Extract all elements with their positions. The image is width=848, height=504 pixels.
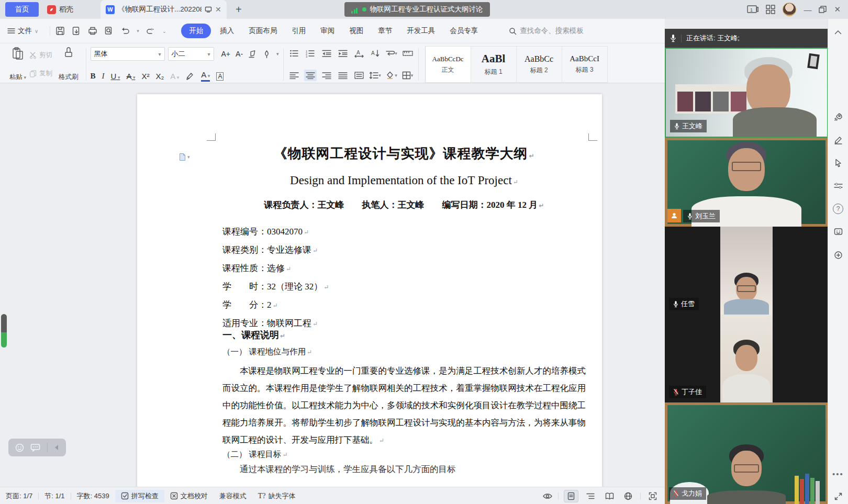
stamp-icon[interactable] <box>828 246 848 264</box>
more-options-icon[interactable]: ••• <box>828 465 848 483</box>
font-color-button[interactable]: A ▾ <box>201 71 210 82</box>
character-scale-button[interactable]: A <box>353 48 365 59</box>
video-tile[interactable]: 丁子佳 <box>665 315 828 402</box>
print-preview-icon[interactable] <box>104 26 114 36</box>
undo-dropdown-icon[interactable]: ▾ <box>137 28 139 33</box>
command-search[interactable]: 查找命令、搜索模板 <box>509 26 584 36</box>
bold-button[interactable]: B <box>91 72 96 81</box>
pen-annotate-icon[interactable] <box>828 131 848 149</box>
tab-ruler-button[interactable] <box>401 48 414 59</box>
docer-tab[interactable]: 稻壳 <box>42 0 79 19</box>
toolbar-options-icon[interactable]: ⌄ <box>162 28 166 34</box>
status-word-count[interactable]: 字数: 4539 <box>71 490 115 502</box>
increase-font-button[interactable]: A+ <box>221 50 231 58</box>
adjust-sliders-icon[interactable] <box>828 177 848 195</box>
justify-button[interactable] <box>337 70 349 81</box>
highlight-color-icon[interactable] <box>185 72 195 81</box>
font-family-select[interactable]: 黑体▾ <box>91 47 165 61</box>
paragraph-options-icon[interactable]: ▾ <box>179 153 190 161</box>
video-tile[interactable]: 任雪 <box>665 227 828 315</box>
style-normal[interactable]: AaBbCcDc 正文 <box>425 46 471 83</box>
align-left-button[interactable] <box>288 70 300 81</box>
page-view-button[interactable] <box>564 490 578 502</box>
document-canvas[interactable]: ▾ 《物联网工程设计与实现》课程教学大纲↵ Design and Impleme… <box>0 84 665 487</box>
tab-home[interactable]: 开始 <box>181 24 211 38</box>
single-page-layout-icon[interactable]: 1 <box>747 5 758 14</box>
text-effects-icon[interactable] <box>262 50 271 59</box>
format-painter-button[interactable]: 格式刷 <box>55 46 82 83</box>
subscript-button[interactable]: X₂ <box>155 72 164 81</box>
document-page[interactable]: ▾ 《物联网工程设计与实现》课程教学大纲↵ Design and Impleme… <box>137 94 602 487</box>
italic-button[interactable]: I <box>102 72 105 81</box>
compat-mode-label[interactable]: 兼容模式 <box>214 490 252 502</box>
minimize-button[interactable]: — <box>804 5 811 14</box>
numbered-list-button[interactable]: 123 <box>304 48 317 59</box>
copy-button[interactable]: 复制 <box>29 69 52 78</box>
clear-format-icon[interactable] <box>248 50 257 59</box>
spellcheck-toggle[interactable]: 拼写检查 <box>115 490 164 502</box>
tab-section[interactable]: 章节 <box>372 24 398 38</box>
decrease-indent-button[interactable] <box>320 48 333 59</box>
status-section[interactable]: 节: 1/1 <box>39 490 70 502</box>
tab-references[interactable]: 引用 <box>286 24 311 38</box>
wrap-button[interactable]: ▾ <box>385 48 398 59</box>
web-view-button[interactable] <box>621 490 635 502</box>
document-tab[interactable]: W 《物联网工程设计...20220828 ✕ <box>101 0 227 19</box>
font-size-select[interactable]: 小二▾ <box>168 47 214 61</box>
tab-developer[interactable]: 开发工具 <box>401 24 441 38</box>
video-tile[interactable]: 刘玉兰 <box>665 138 828 227</box>
distribute-button[interactable] <box>353 70 365 81</box>
status-page[interactable]: 页面: 1/7 <box>0 490 38 502</box>
video-tile[interactable]: 戈力娟 <box>665 402 828 504</box>
help-icon[interactable]: ? <box>828 200 848 218</box>
character-border-button[interactable]: A <box>216 72 224 81</box>
outline-view-button[interactable] <box>584 490 597 502</box>
tab-view[interactable]: 视图 <box>343 24 369 38</box>
proofread-button[interactable]: 文档校对 <box>164 490 214 502</box>
redo-icon[interactable] <box>146 27 155 35</box>
cursor-select-icon[interactable] <box>828 154 848 172</box>
collapse-left-icon[interactable] <box>54 444 59 451</box>
launch-rocket-icon[interactable] <box>828 108 848 126</box>
meeting-title-pill[interactable]: 物联网工程专业工程认证式大纲讨论 <box>344 2 490 17</box>
align-right-button[interactable] <box>320 70 333 81</box>
tab-review[interactable]: 审阅 <box>315 24 340 38</box>
fullscreen-toggle-icon[interactable] <box>828 487 848 504</box>
shading-button[interactable]: ▾ <box>385 70 398 81</box>
file-menu[interactable]: 文件 ∨ <box>7 26 38 36</box>
restore-button[interactable] <box>819 6 827 13</box>
home-tab[interactable]: 首页 <box>5 2 39 17</box>
align-center-button[interactable] <box>304 70 317 81</box>
line-spacing-button[interactable]: ▾ <box>369 70 382 81</box>
tab-insert[interactable]: 插入 <box>214 24 240 38</box>
paste-button[interactable]: 粘贴 ▾ <box>6 46 29 83</box>
missing-font-button[interactable]: T? 缺失字体 <box>252 490 302 502</box>
bullet-list-button[interactable] <box>288 48 300 59</box>
video-tile[interactable]: 王文峰 <box>665 48 828 138</box>
decrease-font-button[interactable]: A- <box>236 50 243 58</box>
emoji-icon[interactable] <box>15 443 24 452</box>
underline-button[interactable]: U ▾ <box>111 72 120 81</box>
increase-indent-button[interactable] <box>337 48 349 59</box>
style-heading2[interactable]: AaBbCc 标题 2 <box>517 46 562 83</box>
chat-icon[interactable] <box>30 443 40 452</box>
tab-page-layout[interactable]: 页面布局 <box>243 24 283 38</box>
cut-button[interactable]: 剪切 <box>29 51 52 60</box>
style-heading1[interactable]: AaBl 标题 1 <box>471 46 517 83</box>
book-view-button[interactable] <box>602 490 616 502</box>
superscript-button[interactable]: X² <box>141 72 149 81</box>
new-tab-button[interactable]: + <box>232 4 246 16</box>
style-heading3[interactable]: AaBbCcI 标题 3 <box>562 46 608 83</box>
sort-button[interactable]: A <box>369 48 382 59</box>
eye-protect-icon[interactable] <box>542 492 553 500</box>
feedback-icon[interactable] <box>828 223 848 241</box>
strikethrough-button[interactable]: A ▾ <box>126 72 135 81</box>
collapse-panel-button[interactable] <box>828 23 848 41</box>
borders-button[interactable]: ▾ <box>401 70 414 81</box>
user-avatar[interactable] <box>783 3 796 16</box>
text-effects-gallery-button[interactable]: A ▾ <box>170 72 179 81</box>
apps-grid-icon[interactable] <box>766 5 775 14</box>
save-icon[interactable] <box>55 26 65 36</box>
close-window-button[interactable]: ✕ <box>834 5 841 14</box>
print-icon[interactable] <box>88 26 97 36</box>
